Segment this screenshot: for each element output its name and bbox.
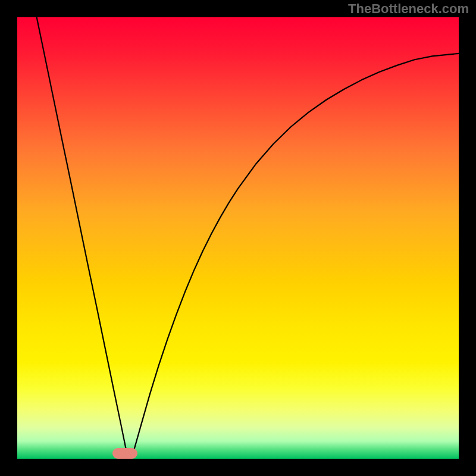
bottleneck-curve: [17, 17, 459, 459]
optimal-marker: [112, 448, 137, 459]
watermark-text: TheBottleneck.com: [348, 1, 469, 17]
chart-container: TheBottleneck.com: [0, 0, 476, 476]
plot-area: [17, 17, 459, 459]
